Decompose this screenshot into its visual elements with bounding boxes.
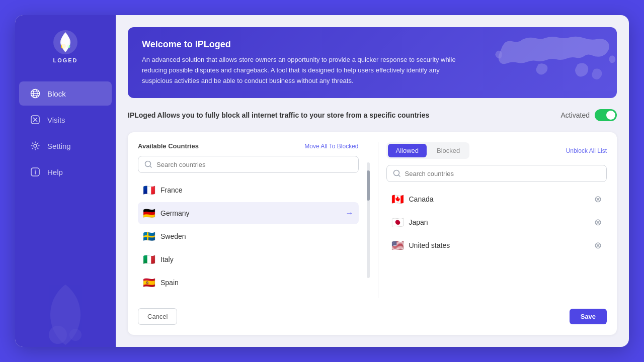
- globe-icon: [29, 87, 41, 100]
- sidebar-item-block[interactable]: Block: [19, 81, 112, 106]
- world-map-decoration: [486, 27, 617, 98]
- blocked-country-japan[interactable]: 🇯🇵 Japan ⊗: [386, 211, 607, 233]
- unblock-all-link[interactable]: Unblock All List: [566, 147, 607, 154]
- activated-label: Activated: [560, 111, 590, 119]
- sidebar-item-setting-label: Setting: [47, 142, 71, 150]
- sidebar-item-setting[interactable]: Setting: [19, 134, 112, 158]
- blocked-search-icon: [393, 169, 401, 177]
- info-icon: [29, 166, 41, 178]
- available-country-spain[interactable]: 🇪🇸 Spain: [138, 272, 359, 294]
- sidebar: LOGED Block: [15, 15, 116, 347]
- logo-text: LOGED: [53, 57, 77, 63]
- sidebar-item-help-label: Help: [47, 168, 63, 176]
- france-flag: 🇫🇷: [143, 184, 155, 196]
- available-search-icon: [144, 160, 152, 168]
- available-country-germany[interactable]: 🇩🇪 Germany →: [138, 202, 359, 224]
- svg-point-16: [69, 329, 82, 341]
- svg-point-15: [49, 326, 67, 344]
- gear-icon: [29, 140, 41, 152]
- available-panel: Available Countries Move All To Blocked: [138, 142, 359, 298]
- japan-remove-button[interactable]: ⊗: [594, 218, 602, 227]
- status-brand: IPLoged: [128, 111, 155, 119]
- panels: Available Countries Move All To Blocked: [138, 142, 607, 298]
- blocked-country-canada[interactable]: 🇨🇦 Canada ⊗: [386, 188, 607, 210]
- svg-point-11: [34, 144, 37, 147]
- available-search-input[interactable]: [156, 161, 352, 168]
- us-remove-button[interactable]: ⊗: [594, 241, 602, 250]
- blocked-search-box: [386, 165, 607, 182]
- available-country-france[interactable]: 🇫🇷 France: [138, 179, 359, 201]
- sidebar-item-visits[interactable]: Visits: [19, 108, 112, 132]
- france-name: France: [160, 186, 354, 194]
- sweden-name: Sweden: [160, 232, 354, 240]
- activated-toggle[interactable]: [595, 109, 617, 121]
- hero-brand: IPLoged: [195, 39, 231, 49]
- move-all-blocked-link[interactable]: Move All To Blocked: [304, 143, 358, 150]
- available-country-sweden[interactable]: 🇸🇪 Sweden: [138, 225, 359, 247]
- tab-blocked[interactable]: Blocked: [429, 144, 468, 157]
- footer: Cancel Save: [138, 308, 607, 325]
- sidebar-item-visits-label: Visits: [47, 116, 65, 124]
- japan-name: Japan: [409, 218, 590, 226]
- canada-flag: 🇨🇦: [391, 193, 404, 205]
- sidebar-item-help[interactable]: Help: [19, 160, 112, 184]
- save-button[interactable]: Save: [570, 309, 607, 324]
- scrollbar-thumb: [367, 170, 370, 201]
- sidebar-bg-decoration: [25, 275, 106, 347]
- blocked-country-list: 🇨🇦 Canada ⊗ 🇯🇵 Japan ⊗ 🇺🇸: [386, 188, 607, 298]
- spain-flag: 🇪🇸: [143, 277, 155, 289]
- x-circle-icon: [29, 114, 41, 126]
- available-panel-title: Available Countries: [138, 142, 199, 150]
- germany-name: Germany: [160, 209, 341, 217]
- spain-name: Spain: [160, 279, 354, 287]
- svg-point-14: [35, 170, 36, 171]
- hero-title: Welcome to IPLoged: [142, 39, 464, 50]
- us-name: United states: [409, 241, 590, 249]
- available-scrollbar[interactable]: [367, 162, 370, 278]
- tab-allowed[interactable]: Allowed: [388, 144, 427, 157]
- cancel-button[interactable]: Cancel: [138, 308, 177, 325]
- status-right: Activated: [560, 109, 617, 121]
- italy-flag: 🇮🇹: [143, 253, 155, 265]
- sidebar-item-block-label: Block: [47, 89, 66, 98]
- sidebar-nav: Block Visits: [15, 81, 116, 184]
- hero-description: An advanced solution that allows store o…: [142, 55, 464, 86]
- status-description: Allows you to fully block all internet t…: [155, 111, 429, 119]
- hero-title-prefix: Welcome to: [142, 39, 195, 49]
- canada-name: Canada: [409, 195, 590, 203]
- germany-flag: 🇩🇪: [143, 207, 155, 219]
- status-row: IPLoged Allows you to fully block all in…: [128, 106, 617, 124]
- blocked-panel: Allowed Blocked Unblock All List: [386, 142, 607, 298]
- sweden-flag: 🇸🇪: [143, 230, 155, 242]
- germany-arrow-icon: →: [346, 209, 354, 218]
- us-flag: 🇺🇸: [391, 239, 404, 251]
- italy-name: Italy: [160, 255, 354, 263]
- blocked-search-input[interactable]: [405, 170, 601, 177]
- panel-tabs: Allowed Blocked: [386, 142, 470, 159]
- main-content: Welcome to IPLoged An advanced solution …: [116, 15, 629, 347]
- available-search-box: [138, 156, 359, 173]
- blocked-country-us[interactable]: 🇺🇸 United states ⊗: [386, 234, 607, 256]
- tab-row: Allowed Blocked Unblock All List: [386, 142, 607, 159]
- hero-banner: Welcome to IPLoged An advanced solution …: [128, 27, 617, 98]
- panels-container: Available Countries Move All To Blocked: [128, 132, 617, 335]
- available-panel-header: Available Countries Move All To Blocked: [138, 142, 359, 150]
- available-country-list: 🇫🇷 France 🇩🇪 Germany → 🇸🇪 Sweden: [138, 179, 359, 298]
- canada-remove-button[interactable]: ⊗: [594, 195, 602, 204]
- available-country-italy[interactable]: 🇮🇹 Italy: [138, 248, 359, 270]
- status-text: IPLoged Allows you to fully block all in…: [128, 111, 429, 119]
- hero-text: Welcome to IPLoged An advanced solution …: [142, 39, 464, 86]
- panel-divider: [378, 142, 378, 298]
- logo: LOGED: [50, 27, 80, 63]
- japan-flag: 🇯🇵: [391, 216, 404, 228]
- logo-icon: [50, 27, 80, 57]
